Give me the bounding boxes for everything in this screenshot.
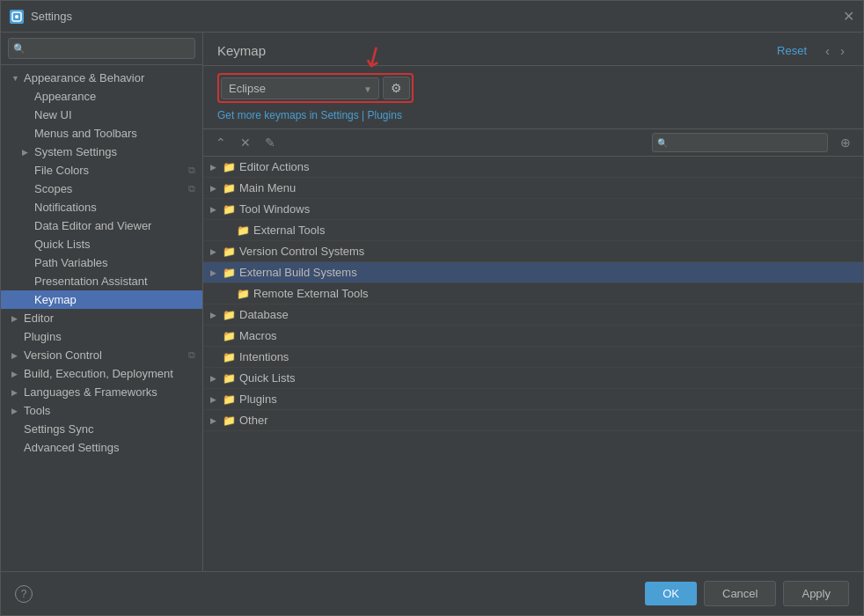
sidebar-search-box: 🔍	[1, 33, 202, 65]
get-more-link-row: Get more keymaps in Settings | Plugins	[217, 108, 849, 121]
cancel-button[interactable]: Cancel	[704, 581, 776, 606]
title-bar: Settings ✕	[1, 1, 863, 33]
sidebar-item-appearance[interactable]: Appearance	[1, 87, 202, 106]
sidebar-item-presentation-assistant[interactable]: Presentation Assistant	[1, 272, 202, 290]
sidebar: 🔍 ▼ Appearance & Behavior Appearance New…	[1, 33, 203, 571]
expand-arrow-icon: ▶	[210, 247, 219, 256]
keymap-gear-button[interactable]: ⚙	[383, 77, 410, 99]
sidebar-item-settings-sync[interactable]: Settings Sync	[1, 420, 202, 438]
collapse-button[interactable]: ✕	[235, 133, 256, 152]
sidebar-item-build-execution[interactable]: ▶ Build, Execution, Deployment	[1, 364, 202, 383]
list-search-icon: 🔍	[657, 138, 668, 148]
dialog-title: Settings	[31, 10, 72, 23]
sidebar-item-tools[interactable]: ▶ Tools	[1, 401, 202, 420]
expand-all-button[interactable]: ⌃	[210, 133, 231, 152]
keymap-toolbar: Eclipse Default Emacs macOS Windows ▼ ⚙ …	[203, 66, 863, 129]
sidebar-item-version-control[interactable]: ▶ Version Control ⧉	[1, 346, 202, 364]
footer-right: OK Cancel Apply	[645, 581, 849, 606]
folder-icon: 📁	[223, 372, 236, 385]
folder-icon: 📁	[223, 267, 236, 279]
expand-arrow-icon: ▶	[210, 205, 219, 214]
list-item-external-build[interactable]: ▶ 📁 External Build Systems	[203, 262, 863, 283]
folder-icon: 📁	[223, 330, 236, 342]
arrow-icon: ▶	[22, 148, 31, 157]
close-button[interactable]: ✕	[843, 10, 854, 24]
list-item[interactable]: ▶ 📁 Editor Actions	[203, 157, 863, 178]
sidebar-item-quick-lists[interactable]: Quick Lists	[1, 235, 202, 253]
edit-keybinding-button[interactable]: ✎	[260, 133, 281, 152]
get-more-link[interactable]: Get more keymaps in Settings | Plugins	[217, 109, 402, 121]
main-header: Keymap Reset ‹ ›	[203, 33, 863, 66]
sidebar-item-menus-toolbars[interactable]: Menus and Toolbars	[1, 124, 202, 143]
keymap-list: ▶ 📁 Editor Actions ▶ 📁 Main Menu ▶ 📁 Too…	[203, 157, 863, 571]
footer-left: ?	[15, 585, 33, 603]
page-title: Keymap	[217, 43, 266, 58]
sidebar-search-icon: 🔍	[13, 43, 26, 55]
folder-icon: 📁	[237, 288, 250, 300]
expand-arrow-icon: ▶	[210, 311, 219, 319]
sidebar-item-notifications[interactable]: Notifications	[1, 198, 202, 216]
back-button[interactable]: ‹	[821, 41, 834, 60]
sidebar-item-path-variables[interactable]: Path Variables	[1, 253, 202, 272]
keymap-list-toolbar: ⌃ ✕ ✎ 🔍 ⊕	[203, 129, 863, 157]
forward-button[interactable]: ›	[836, 41, 849, 60]
expand-arrow-icon: ▶	[210, 268, 219, 277]
sidebar-item-scopes[interactable]: Scopes ⧉	[1, 180, 202, 198]
sidebar-item-file-colors[interactable]: File Colors ⧉	[1, 161, 202, 180]
list-item[interactable]: 📁 External Tools	[203, 220, 863, 241]
arrow-icon: ▶	[11, 407, 20, 415]
sidebar-item-languages-frameworks[interactable]: ▶ Languages & Frameworks	[1, 383, 202, 401]
folder-icon: 📁	[223, 393, 236, 406]
nav-tree: ▼ Appearance & Behavior Appearance New U…	[1, 65, 202, 571]
sidebar-item-advanced-settings[interactable]: Advanced Settings	[1, 438, 202, 457]
folder-icon: 📁	[223, 309, 236, 321]
list-item[interactable]: 📁 Remote External Tools	[203, 283, 863, 304]
list-item[interactable]: 📁 Intentions	[203, 347, 863, 368]
copy-icon: ⧉	[188, 183, 195, 194]
folder-icon: 📁	[223, 161, 236, 173]
copy-icon: ⧉	[188, 165, 195, 176]
sidebar-item-plugins[interactable]: Plugins	[1, 327, 202, 346]
expand-arrow-icon: ▶	[210, 416, 219, 425]
keymap-dropdown[interactable]: Eclipse Default Emacs macOS Windows	[221, 77, 379, 99]
list-item[interactable]: ▶ 📁 Quick Lists	[203, 368, 863, 389]
folder-icon: 📁	[223, 203, 236, 216]
content-area: 🔍 ▼ Appearance & Behavior Appearance New…	[1, 33, 863, 571]
folder-icon: 📁	[223, 246, 236, 258]
arrow-icon: ▶	[11, 314, 20, 323]
list-item[interactable]: ▶ 📁 Plugins	[203, 389, 863, 410]
reset-link[interactable]: Reset	[777, 44, 807, 57]
list-item[interactable]: ▶ 📁 Database	[203, 304, 863, 326]
sidebar-item-new-ui[interactable]: New UI	[1, 106, 202, 124]
folder-icon: 📁	[223, 414, 236, 427]
app-icon	[10, 10, 24, 24]
sidebar-item-data-editor[interactable]: Data Editor and Viewer	[1, 216, 202, 235]
folder-icon: 📁	[223, 182, 236, 194]
arrow-icon: ▶	[11, 388, 20, 397]
footer: ? OK Cancel Apply	[1, 571, 863, 615]
apply-button[interactable]: Apply	[783, 581, 849, 606]
help-button[interactable]: ?	[15, 585, 33, 603]
expand-arrow-icon: ▶	[210, 374, 219, 383]
main-content: Keymap Reset ‹ › Eclipse	[203, 33, 863, 571]
expand-arrow-icon: ▶	[210, 395, 219, 404]
sidebar-search-input[interactable]	[8, 38, 195, 59]
expand-arrow-icon: ▶	[210, 163, 219, 172]
expand-arrow-icon: ▶	[210, 184, 219, 193]
find-action-button[interactable]: ⊕	[835, 133, 856, 152]
list-item[interactable]: ▶ 📁 Other	[203, 410, 863, 431]
list-item[interactable]: ▶ 📁 Tool Windows	[203, 199, 863, 220]
sidebar-item-appearance-behavior[interactable]: ▼ Appearance & Behavior	[1, 69, 202, 87]
ok-button[interactable]: OK	[645, 582, 697, 605]
search-wrapper: 🔍	[8, 38, 195, 59]
list-item[interactable]: ▶ 📁 Main Menu	[203, 178, 863, 199]
list-item[interactable]: ▶ 📁 Version Control Systems	[203, 241, 863, 262]
sidebar-item-system-settings[interactable]: ▶ System Settings	[1, 143, 202, 161]
list-item[interactable]: 📁 Macros	[203, 326, 863, 347]
sidebar-item-editor[interactable]: ▶ Editor	[1, 309, 202, 327]
keymap-search-input[interactable]	[652, 133, 828, 152]
sidebar-item-keymap[interactable]: Keymap	[1, 290, 202, 309]
copy-icon: ⧉	[188, 349, 195, 361]
folder-icon: 📁	[223, 351, 236, 363]
nav-arrows: ‹ ›	[821, 41, 849, 60]
